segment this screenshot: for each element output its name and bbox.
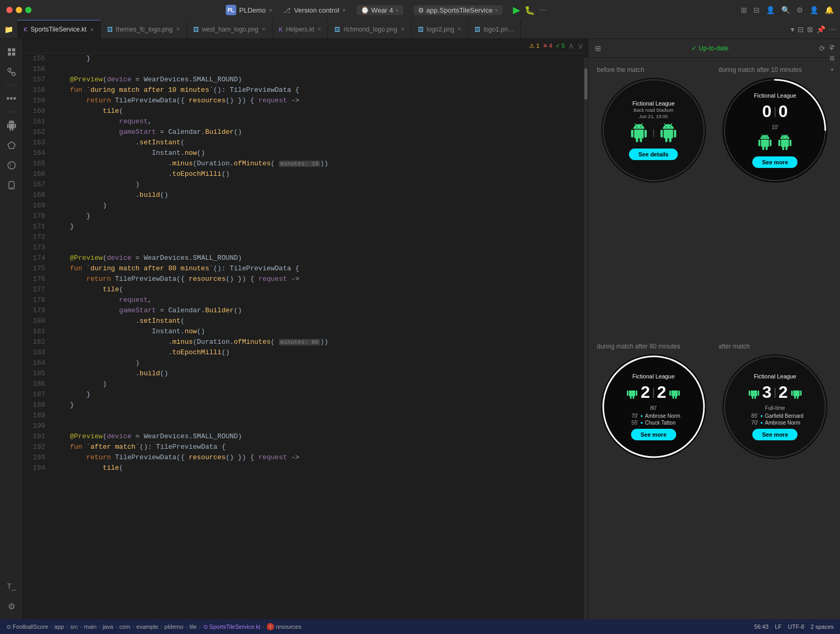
tab-sports-tile-service[interactable]: K SportsTileService.kt ✕ [17, 20, 101, 38]
split-horizontal-icon[interactable]: ⊟ [797, 25, 804, 34]
run-button[interactable]: ▶ [513, 4, 520, 16]
tab-richmond-logo[interactable]: 🖼 richmond_logo.png ✕ [328, 20, 411, 38]
preview-right-icon-2[interactable]: ⊞ [830, 55, 835, 62]
sidebar-run-icon[interactable]: ! [3, 156, 20, 174]
bc-src[interactable]: src [70, 624, 78, 630]
sidebar-android-icon[interactable] [3, 117, 20, 134]
before-match-teams: | [629, 123, 678, 142]
settings-icon[interactable]: ⚙ [796, 6, 803, 14]
sidebar-settings-bottom-icon[interactable]: ⚙ [3, 597, 20, 615]
bc-footballscore[interactable]: ⊙ FootballScore [6, 624, 48, 630]
preview-toolbar: ⊞ ✓ Up-to-date ⟳ + [589, 39, 840, 58]
warning-count-yellow[interactable]: ⚠ 1 [529, 43, 539, 49]
search-icon[interactable]: 🔍 [781, 6, 790, 14]
tab-logo1[interactable]: 🖼 logo1.pn… [468, 20, 521, 38]
tab-close-5[interactable]: ✕ [457, 26, 461, 32]
tab-themes-logo[interactable]: 🖼 themes_fc_logo.png ✕ [101, 20, 187, 38]
collapse-icon[interactable]: ∧ [568, 41, 574, 51]
sidebar-terminal-icon[interactable]: T_ [3, 577, 20, 595]
bc-com[interactable]: com [119, 624, 130, 630]
error-badge: ! [267, 623, 274, 630]
bc-tile[interactable]: tile [190, 624, 197, 630]
preview-right-icon-3[interactable]: + [830, 66, 834, 73]
toolbar-icon-1[interactable]: ⊞ [741, 6, 747, 14]
service-dropdown-icon: ▾ [495, 6, 498, 14]
scrollbar-track[interactable] [584, 58, 588, 619]
sidebar-sketch-icon[interactable] [3, 136, 20, 154]
toolbar-icon-3[interactable]: 👤 [766, 6, 775, 14]
scrollbar-thumb[interactable] [584, 68, 587, 100]
error-count-red[interactable]: ✕ 4 [543, 43, 552, 49]
ok-count-green[interactable]: ✓ 5 [555, 43, 565, 49]
cursor-position[interactable]: 56:43 [754, 624, 769, 630]
line-ending[interactable]: LF [775, 624, 782, 630]
svg-rect-2 [8, 52, 11, 56]
png-file-icon-4: 🖼 [418, 26, 424, 33]
more-button[interactable]: ⋯ [539, 6, 547, 14]
bc-app[interactable]: app [55, 624, 64, 630]
breadcrumb: ⊙ FootballScore › app › src › main › jav… [6, 623, 750, 630]
tab-west-ham-logo[interactable]: 🖼 west_ham_logo.png ✕ [187, 20, 272, 38]
title-bar: PL PLDemo ▾ ⎇ Version control ▾ ⌚ Wear 4… [0, 0, 840, 20]
bc-pldemo[interactable]: pldemo [164, 624, 183, 630]
sidebar-project-icon[interactable] [3, 43, 20, 61]
bc-file[interactable]: ⊙ SportsTileService.kt [203, 624, 260, 630]
dropdown-arrow: ▾ [269, 6, 272, 14]
tab-close-0[interactable]: ✕ [90, 27, 94, 33]
tab-logo2[interactable]: 🖼 logo2.png ✕ [412, 20, 469, 38]
avatar-icon[interactable]: 👤 [810, 6, 818, 14]
code-text[interactable]: } @Preview(device = WearDevices.SMALL_RO… [49, 54, 588, 619]
indent[interactable]: 2 spaces [811, 624, 834, 630]
tab-label-1: themes_fc_logo.png [116, 26, 173, 33]
maximize-button[interactable] [25, 7, 32, 13]
sidebar-device-icon[interactable] [3, 176, 20, 194]
device-selector[interactable]: ⌚ Wear 4 ▾ [356, 5, 403, 15]
split-vertical-icon[interactable]: ⊠ [807, 25, 813, 34]
sidebar-vcs-icon[interactable] [3, 63, 20, 81]
checkmark-icon: ✓ [691, 45, 697, 52]
sidebar-more-icon[interactable]: ••• [3, 90, 20, 108]
notification-icon[interactable]: 🔔 [825, 6, 834, 14]
status-right: 56:43 LF UTF-8 2 spaces [754, 624, 834, 630]
more-tabs-icon[interactable]: ⋯ [828, 25, 836, 34]
tab-bar: 📁 K SportsTileService.kt ✕ 🖼 themes_fc_l… [0, 20, 840, 39]
see-details-button[interactable]: See details [629, 149, 678, 160]
bc-example[interactable]: example [136, 624, 159, 630]
preview-right-icon-1[interactable]: ⟳ [830, 43, 835, 50]
tab-close-4[interactable]: ✕ [401, 26, 405, 32]
tab-left-icons: 📁 [0, 20, 17, 38]
tab-label-3: Helpers.kt [286, 26, 314, 33]
svg-rect-1 [12, 48, 15, 51]
tab-close-2[interactable]: ✕ [261, 26, 266, 32]
see-more-button-10[interactable]: See more [752, 156, 797, 168]
after-match-score: 3 | 2 [748, 383, 803, 402]
close-button[interactable] [6, 7, 13, 13]
minimize-button[interactable] [16, 7, 22, 13]
pin-icon[interactable]: 📌 [816, 25, 825, 34]
tab-close-3[interactable]: ✕ [317, 26, 321, 32]
during-80-score: 2 | 2 [626, 383, 681, 402]
tab-label-6: logo1.pn… [484, 26, 514, 33]
png-file-icon: 🖼 [107, 26, 113, 33]
encoding[interactable]: UTF-8 [788, 624, 804, 630]
vc-dropdown-icon: ▾ [342, 6, 346, 14]
project-name[interactable]: PL PLDemo ▾ [226, 5, 273, 15]
bc-main[interactable]: main [84, 624, 97, 630]
folder-icon[interactable]: 📁 [4, 25, 13, 34]
bc-java[interactable]: java [103, 624, 113, 630]
service-selector[interactable]: ⚙ app.SportsTileService ▾ [414, 5, 503, 15]
expand-icon[interactable]: ∨ [578, 41, 584, 51]
tab-helpers[interactable]: K Helpers.kt ✕ [272, 20, 328, 38]
see-more-button-80[interactable]: See more [631, 429, 676, 440]
see-more-button-after[interactable]: See more [752, 429, 797, 440]
debug-button[interactable]: 🐛 [524, 5, 535, 15]
toolbar-icon-2[interactable]: ⊟ [753, 6, 760, 14]
tab-close-1[interactable]: ✕ [176, 26, 180, 32]
preview-layout-icon[interactable]: ⊞ [595, 44, 601, 52]
tabs-overflow-icon[interactable]: ▾ [791, 25, 794, 34]
svg-text:!: ! [9, 163, 11, 168]
watch-face-after-match: Fictional League 3 | 2 Ful [722, 354, 827, 459]
left-sidebar: ••• ! T_ ⚙ [0, 39, 23, 619]
version-control[interactable]: ⎇ Version control ▾ [283, 6, 346, 14]
bc-resources[interactable]: resources [276, 624, 301, 630]
